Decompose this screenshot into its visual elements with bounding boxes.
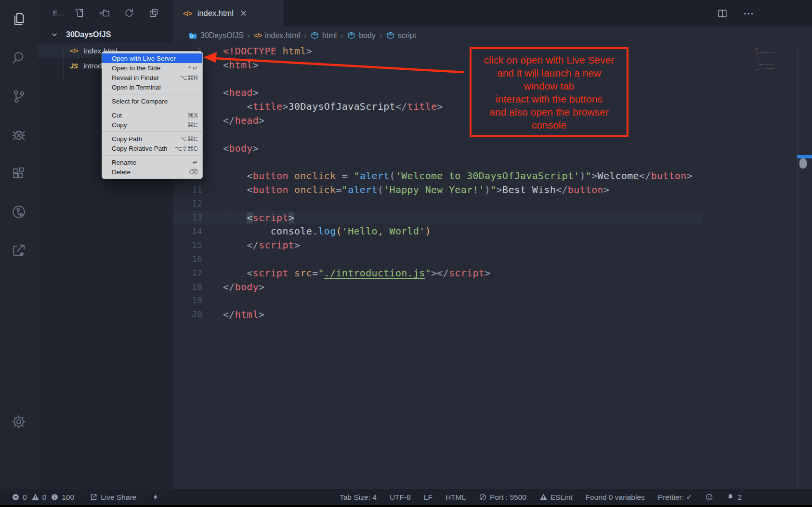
code-line[interactable]: 14 console.log('Hello, World')	[173, 224, 812, 238]
breadcrumb-item-body[interactable]: body	[347, 31, 376, 40]
menu-item-shortcut: ⌥⌘C	[180, 135, 198, 143]
new-folder-icon[interactable]	[99, 8, 110, 18]
code-line[interactable]: 11 <button onclick="alert('Happy New Yea…	[173, 183, 812, 197]
annotation-text: console	[471, 118, 627, 131]
run-and-debug-icon[interactable]	[0, 116, 38, 154]
code-text: <button onclick = "alert('Welcome to 30D…	[223, 169, 693, 183]
status-language-mode[interactable]: HTML	[445, 493, 466, 502]
menu-item-shortcut: ⌘C	[187, 121, 198, 129]
menu-item-label: Copy Path	[112, 135, 142, 143]
symbol-cube-icon	[386, 31, 395, 40]
status-eslint[interactable]: ESLint	[539, 493, 573, 502]
menu-item-delete[interactable]: Delete⌫	[102, 167, 202, 177]
remote-explorer-icon[interactable]	[0, 193, 38, 231]
menu-item-label: Open in Terminal	[112, 84, 161, 91]
bell-icon	[726, 493, 734, 501]
more-actions-icon[interactable]: ⋯	[743, 7, 754, 20]
status-label: ESLint	[550, 493, 573, 502]
status-found-variables[interactable]: Found 0 variables	[586, 493, 645, 502]
breadcrumb-item-script[interactable]: script	[386, 31, 416, 40]
port-icon	[479, 493, 487, 501]
menu-item-select-for-compare[interactable]: Select for Compare	[102, 96, 202, 106]
status-problems-errors[interactable]: 0	[12, 493, 27, 502]
folder-icon	[188, 31, 197, 40]
code-line[interactable]: 13 <script>	[173, 211, 812, 225]
status-prettier[interactable]: Prettier: ✓	[658, 493, 693, 502]
collapse-folders-icon[interactable]	[148, 8, 159, 18]
menu-separator	[102, 108, 202, 108]
menu-item-open-in-terminal[interactable]: Open in Terminal	[102, 82, 202, 92]
tab-index-html[interactable]: </> index.html ✕	[173, 0, 285, 26]
menu-item-label: Reveal in Finder	[112, 74, 159, 81]
status-label: LF	[424, 493, 432, 502]
code-line[interactable]: 10 <button onclick = "alert('Welcome to …	[173, 169, 812, 183]
explorer-title: E…	[53, 9, 65, 17]
status-label: 0	[42, 493, 47, 502]
code-line[interactable]: 18</body>	[173, 280, 812, 294]
code-text: <html>	[223, 58, 259, 72]
status-encoding[interactable]: UTF-8	[390, 493, 411, 502]
code-line[interactable]: 9	[173, 155, 812, 169]
menu-item-open-to-the-side[interactable]: Open to the Side^ ↵	[102, 63, 202, 73]
status-eol[interactable]: LF	[424, 493, 432, 502]
close-icon[interactable]: ✕	[240, 8, 247, 19]
new-file-icon[interactable]	[75, 8, 85, 18]
code-text: <body>	[223, 142, 259, 156]
warn2-icon	[539, 493, 548, 501]
menu-item-copy[interactable]: Copy⌘C	[102, 120, 202, 130]
menu-item-open-with-live-server[interactable]: Open with Live Server	[102, 53, 202, 63]
status-feedback[interactable]	[705, 493, 713, 501]
status-problems-info[interactable]: 100	[51, 493, 74, 502]
chevron-down-icon	[51, 31, 58, 39]
minimap[interactable]: <!DOCTYPE html><html><head> <title>30Day…	[753, 46, 799, 73]
annotation-text: interact with the buttons	[471, 92, 627, 105]
status-live-share[interactable]: Live Share	[90, 493, 136, 502]
menu-item-cut[interactable]: Cut⌘X	[102, 110, 202, 120]
status-tab-size[interactable]: Tab Size: 4	[340, 493, 377, 502]
manage-gear-icon[interactable]	[0, 403, 38, 441]
code-line[interactable]: 17 <script src="./introduction.js"></scr…	[173, 266, 812, 280]
menu-item-copy-path[interactable]: Copy Path⌥⌘C	[102, 134, 202, 143]
vscode-window: E… 30DaysOfJS </>index.htmlJSintroductio…	[0, 0, 812, 507]
breadcrumb-label: html	[322, 31, 337, 40]
breadcrumb-item-30daysofjs[interactable]: 30DaysOfJS	[188, 31, 244, 40]
scrollbar-thumb[interactable]	[799, 158, 807, 169]
html-file-icon: </>	[70, 47, 78, 54]
breadcrumb-item-index-html[interactable]: </>index.html	[254, 31, 300, 40]
code-line[interactable]: 15 </script>	[173, 238, 812, 252]
explorer-header: E…	[38, 0, 173, 26]
search-icon[interactable]	[0, 39, 38, 77]
split-editor-icon[interactable]	[717, 8, 728, 19]
source-control-icon[interactable]	[0, 77, 38, 116]
export-icon	[90, 493, 98, 501]
menu-item-copy-relative-path[interactable]: Copy Relative Path⌥⇧⌘C	[102, 143, 202, 153]
menu-item-rename[interactable]: Rename↵	[102, 157, 202, 167]
code-text: <title>30DaysOfJavaScript</title>	[223, 100, 443, 114]
bolt-icon	[152, 493, 160, 501]
status-label: Tab Size: 4	[340, 493, 377, 502]
menu-item-reveal-in-finder[interactable]: Reveal in Finder⌥⌘R	[102, 73, 202, 82]
refresh-explorer-icon[interactable]	[124, 8, 134, 18]
sidebar-item-root-folder[interactable]: 30DaysOfJS	[38, 26, 173, 43]
code-line[interactable]: 12	[173, 197, 812, 211]
code-text: </body>	[223, 280, 264, 294]
line-number: 11	[173, 183, 202, 197]
symbol-cube-icon	[310, 31, 319, 40]
overview-ruler-border	[797, 47, 798, 489]
code-line[interactable]: 8<body>	[173, 142, 812, 156]
code-text: </script>	[223, 238, 300, 252]
explorer-icon[interactable]	[0, 0, 38, 39]
menu-item-shortcut: ⌥⌘R	[180, 74, 198, 81]
status-problems-warnings[interactable]: 0	[31, 493, 47, 502]
status-live-server-port[interactable]: Port : 5500	[479, 493, 526, 502]
code-line[interactable]: 16	[173, 252, 812, 266]
live-share-icon[interactable]	[0, 231, 38, 270]
code-line[interactable]: 20</html>	[173, 308, 812, 322]
status-quick-action[interactable]	[152, 493, 160, 501]
extensions-icon[interactable]	[0, 154, 38, 193]
status-bar: 00100Live Share Tab Size: 4UTF-8LFHTMLPo…	[0, 489, 812, 505]
breadcrumb-separator: ›	[380, 31, 382, 39]
code-line[interactable]: 19	[173, 294, 812, 308]
breadcrumb-item-html[interactable]: html	[310, 31, 337, 40]
status-notifications[interactable]: 2	[726, 493, 742, 502]
